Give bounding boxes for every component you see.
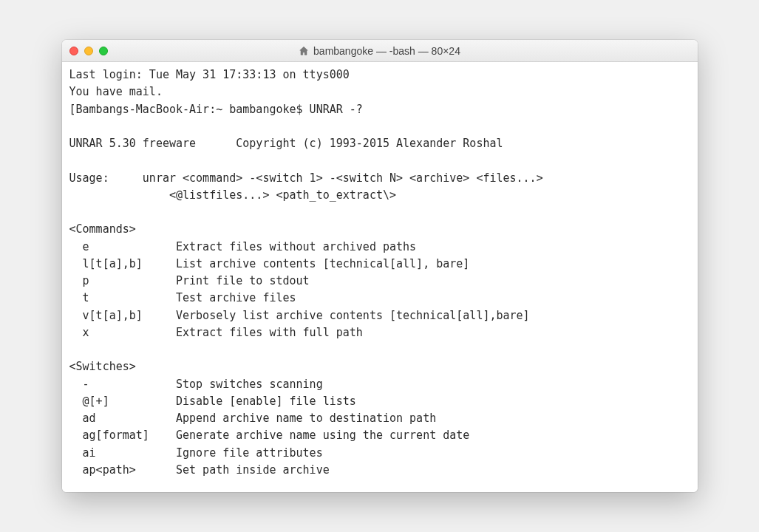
window-title: bambangoke — -bash — 80×24 — [69, 45, 690, 57]
terminal-line: UNRAR 5.30 freeware Copyright (c) 1993-2… — [69, 137, 503, 150]
terminal-line: - Stop switches scanning — [69, 378, 323, 391]
terminal-line: v[t[a],b] Verbosely list archive content… — [69, 309, 530, 322]
terminal-line: ad Append archive name to destination pa… — [69, 412, 437, 425]
terminal-line: Usage: unrar <command> -<switch 1> -<swi… — [69, 171, 543, 185]
terminal-line: ai Ignore file attributes — [69, 446, 323, 460]
terminal-line: <Commands> — [69, 222, 136, 236]
zoom-button[interactable] — [99, 47, 108, 55]
terminal-line: l[t[a],b] List archive contents [technic… — [69, 257, 470, 270]
home-icon — [299, 46, 309, 56]
minimize-button[interactable] — [84, 47, 93, 55]
terminal-line: You have mail. — [69, 85, 163, 98]
terminal-line: Last login: Tue May 31 17:33:13 on ttys0… — [69, 68, 350, 81]
terminal-line: ap<path> Set path inside archive — [69, 463, 330, 477]
window-titlebar[interactable]: bambangoke — -bash — 80×24 — [62, 40, 698, 62]
terminal-output[interactable]: Last login: Tue May 31 17:33:13 on ttys0… — [62, 62, 698, 492]
terminal-line: p Print file to stdout — [69, 274, 310, 287]
traffic-lights — [69, 47, 108, 55]
terminal-line: t Test archive files — [69, 291, 296, 304]
terminal-line: @[+] Disable [enable] file lists — [69, 395, 356, 408]
terminal-line: [Bambangs-MacBook-Air:~ bambangoke$ UNRA… — [69, 103, 363, 116]
window-title-text: bambangoke — -bash — 80×24 — [313, 45, 460, 57]
terminal-line: ag[format] Generate archive name using t… — [69, 429, 470, 442]
terminal-line: x Extract files with full path — [69, 326, 363, 339]
terminal-window: bambangoke — -bash — 80×24 Last login: T… — [62, 40, 698, 492]
terminal-line: <@listfiles...> <path_to_extract\> — [69, 188, 397, 202]
terminal-line: <Switches> — [69, 360, 136, 373]
terminal-line: e Extract files without archived paths — [69, 240, 417, 253]
close-button[interactable] — [69, 47, 78, 55]
